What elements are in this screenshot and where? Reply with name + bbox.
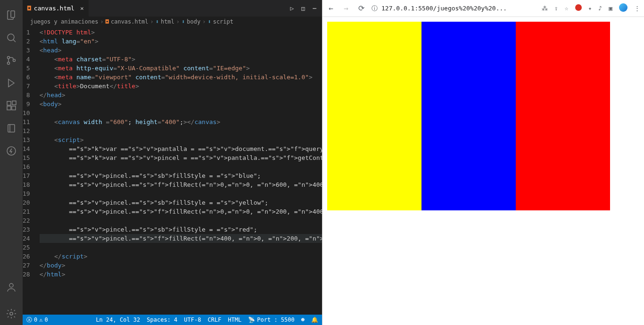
- account-icon[interactable]: [0, 276, 23, 299]
- status-cursor[interactable]: Ln 24, Col 32: [96, 317, 140, 323]
- forward-button[interactable]: →: [341, 4, 351, 13]
- status-encoding[interactable]: UTF-8: [184, 317, 201, 323]
- tab-label: canvas.html: [34, 5, 74, 12]
- svg-rect-5: [7, 106, 11, 110]
- svg-rect-7: [12, 101, 16, 105]
- breadcrumb-script[interactable]: script: [213, 18, 233, 25]
- translate-icon[interactable]: ⁂: [542, 5, 548, 12]
- source-control-icon[interactable]: [0, 49, 23, 72]
- book-icon[interactable]: [0, 117, 23, 140]
- blue-rect: [421, 22, 516, 210]
- info-icon[interactable]: ⓘ: [372, 4, 378, 13]
- svg-point-11: [10, 312, 13, 315]
- status-bell-icon[interactable]: 🔔: [311, 317, 318, 323]
- url-text: 127.0.0.1:5500/juegos%20%20y%20...: [381, 5, 507, 12]
- media-icon[interactable]: ♪: [598, 5, 602, 12]
- status-port[interactable]: 📡 Port : 5500: [248, 317, 294, 323]
- share-icon[interactable]: ⇪: [554, 5, 558, 12]
- ublock-icon[interactable]: [575, 4, 582, 12]
- symbol-icon: ⬍: [182, 18, 185, 25]
- code-editor[interactable]: 1234567891011121314151617181920212223242…: [23, 27, 322, 315]
- line-gutter: 1234567891011121314151617181920212223242…: [23, 27, 40, 315]
- status-problems[interactable]: ⓧ 0 ⚠ 0: [26, 316, 48, 324]
- tab-canvas-html[interactable]: ◘ canvas.html ×: [23, 0, 89, 17]
- breadcrumb-file[interactable]: canvas.html: [111, 18, 148, 25]
- browser-actions: ⁂ ⇪ ☆ ✦ ♪ ▣ ⋮: [542, 3, 640, 13]
- yellow-rect: [327, 22, 421, 210]
- panel-icon[interactable]: ▣: [609, 5, 612, 12]
- html-file-icon: ◘: [27, 5, 31, 12]
- vscode-window: ◘ canvas.html × ▷ ◫ ⋯ juegos y animacion…: [0, 0, 322, 325]
- run-debug-icon[interactable]: [0, 72, 23, 94]
- browser-window: ← → ⟳ ⓘ 127.0.0.1:5500/juegos%20%20y%20.…: [322, 0, 644, 325]
- breadcrumbs[interactable]: juegos y animaciones › ◘canvas.html › ⬍h…: [23, 17, 322, 27]
- html-file-icon: ◘: [106, 18, 109, 25]
- extensions-icon[interactable]: [0, 94, 23, 117]
- browser-toolbar: ← → ⟳ ⓘ 127.0.0.1:5500/juegos%20%20y%20.…: [322, 0, 644, 17]
- symbol-icon: ⬍: [207, 18, 211, 25]
- editor-actions: ▷ ◫ ⋯: [290, 5, 322, 12]
- editor-area: ◘ canvas.html × ▷ ◫ ⋯ juegos y animacion…: [23, 0, 322, 325]
- back-button[interactable]: ←: [326, 4, 336, 13]
- thunder-icon[interactable]: [0, 140, 23, 162]
- status-bar: ⓧ 0 ⚠ 0 Ln 24, Col 32 Spaces: 4 UTF-8 CR…: [23, 315, 322, 325]
- close-icon[interactable]: ×: [80, 5, 84, 12]
- status-feedback-icon[interactable]: ☻: [301, 317, 305, 323]
- code-content[interactable]: <!DOCTYPE html><html lang="en"><head> <m…: [40, 27, 322, 315]
- svg-point-0: [8, 34, 14, 41]
- reload-button[interactable]: ⟳: [356, 4, 366, 13]
- symbol-icon: ⬍: [156, 18, 159, 25]
- svg-rect-6: [12, 106, 16, 110]
- status-spaces[interactable]: Spaces: 4: [147, 317, 177, 323]
- svg-rect-4: [7, 101, 11, 105]
- svg-point-1: [8, 57, 10, 59]
- breadcrumb-html[interactable]: html: [161, 18, 174, 25]
- status-lang[interactable]: HTML: [228, 317, 241, 323]
- bookmark-icon[interactable]: ☆: [565, 5, 569, 12]
- explorer-icon[interactable]: [0, 4, 23, 26]
- status-eol[interactable]: CRLF: [207, 317, 221, 323]
- chrome-menu-icon[interactable]: ⋮: [634, 5, 640, 12]
- more-icon[interactable]: ⋯: [313, 5, 316, 12]
- svg-point-2: [8, 62, 10, 65]
- split-editor-icon[interactable]: ◫: [301, 5, 305, 12]
- extensions-puzzle-icon[interactable]: ✦: [588, 5, 592, 12]
- red-rect: [516, 22, 610, 210]
- settings-gear-icon[interactable]: [0, 302, 23, 325]
- tab-bar: ◘ canvas.html × ▷ ◫ ⋯: [23, 0, 322, 17]
- run-icon[interactable]: ▷: [290, 5, 294, 12]
- page-content: [322, 17, 644, 325]
- profile-avatar[interactable]: [619, 3, 627, 13]
- svg-rect-8: [8, 125, 15, 132]
- search-icon[interactable]: [0, 26, 23, 49]
- activity-bar: [0, 0, 23, 325]
- svg-point-3: [13, 59, 16, 62]
- canvas-output: [327, 22, 610, 210]
- address-bar[interactable]: ⓘ 127.0.0.1:5500/juegos%20%20y%20...: [372, 4, 536, 13]
- breadcrumb-body[interactable]: body: [187, 18, 200, 25]
- svg-point-10: [9, 283, 13, 287]
- svg-point-9: [7, 147, 16, 155]
- breadcrumb-folder[interactable]: juegos y animaciones: [30, 18, 99, 25]
